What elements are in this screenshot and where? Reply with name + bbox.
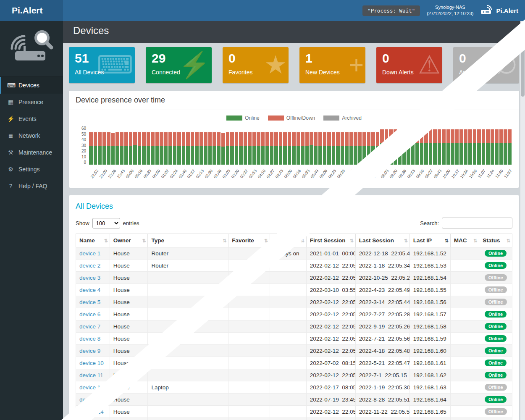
sidebar-item-help[interactable]: ?Help / FAQ [0,178,63,194]
sort-icon[interactable]: ⇅ [507,238,510,243]
page-length-select[interactable]: 100 [92,218,120,228]
scrollbar-thumb[interactable] [521,25,525,97]
offline-segment [208,132,212,146]
cell-group [270,394,306,406]
column-header-last-session[interactable]: Last Session⇅ [355,234,410,247]
sort-icon[interactable]: ⇅ [444,238,448,243]
column-header-mac[interactable]: MAC⇅ [450,234,479,247]
sort-icon[interactable]: ⇅ [104,238,108,243]
column-header-first-session[interactable]: First Session⇅ [306,234,355,247]
column-header-name[interactable]: Name⇅ [76,234,110,247]
online-segment [327,146,331,165]
chart-bar [116,132,119,165]
cell-first_session: 2022-02-12 22:05 [306,333,355,345]
chart-bar [221,133,225,165]
card-connected[interactable]: 29Connected⚡ [146,47,212,83]
column-header-group[interactable]: Group⇅ [270,234,306,247]
online-segment [367,146,371,165]
sidebar-toggle-button[interactable] [63,0,82,21]
legend-swatch [323,116,339,121]
card-down-alerts[interactable]: 0Down Alerts⚠ [376,47,442,83]
table-row: device 13House2022-07-19 23:452022-8-28 … [76,394,512,406]
presence-panel-title: Device presence over time [69,91,519,110]
sort-icon[interactable]: ⇅ [404,238,408,243]
device-link[interactable]: device 13 [79,396,104,403]
card-favorites[interactable]: 0Favorites★ [223,47,289,83]
column-header-owner[interactable]: Owner⇅ [110,234,148,247]
chart-bar [292,132,296,165]
sidebar-item-network[interactable]: ≣Network [0,127,63,144]
chart-bar [398,129,402,165]
offline-segment [274,132,278,146]
network-icon: ≣ [7,132,14,139]
chart-y-axis: 6050403020100 [76,126,89,165]
card-new-devices[interactable]: 1New Devices+ [299,47,365,83]
y-tick-label: 0 [76,160,86,165]
device-link[interactable]: device 8 [79,336,100,342]
device-link[interactable]: device 14 [79,409,104,415]
online-segment [182,146,186,165]
x-tick-label: 09:10 [415,167,423,185]
device-link[interactable]: device 2 [79,262,100,269]
sort-icon[interactable]: ⇅ [264,238,268,243]
x-tick-label: 03:37 [239,167,247,185]
device-link[interactable]: device 11 [79,372,103,378]
sort-icon[interactable]: ⇅ [142,238,146,243]
x-tick-label: 10:00 [441,167,450,185]
card-all-devices[interactable]: 51All Devices⌨ [69,47,135,83]
device-link[interactable]: device 10 [79,360,104,366]
x-tick-label: 08:36 [397,167,406,185]
x-tick-label: 01:07 [160,167,168,185]
device-link[interactable]: device 9 [79,348,100,354]
cell-status: Online [479,320,512,333]
chart-bar [486,129,490,165]
content-header: Devices [63,21,525,43]
sidebar-menu: ⌨Devices▦Presence⚡Events≣Network⚒Mainten… [0,77,63,194]
search-input[interactable] [442,218,512,228]
sidebar: ⌨Devices▦Presence⚡Events≣Network⚒Mainten… [0,21,63,420]
sort-icon[interactable]: ⇅ [350,238,354,243]
device-link[interactable]: device 7 [79,323,100,330]
sort-icon[interactable]: ⇅ [223,238,226,243]
device-link[interactable]: device 1 [79,250,100,257]
entries-label: entries [123,220,139,226]
chart-bar [385,129,388,165]
sort-icon[interactable]: ⇅ [301,238,304,243]
sidebar-item-label: Devices [18,82,39,89]
search-label: Search: [420,220,439,226]
chart-bar [261,132,265,165]
online-segment [155,146,159,165]
chart-bar [508,129,512,165]
sidebar-item-devices[interactable]: ⌨Devices [0,77,63,94]
x-tick-label: 10:50 [467,167,476,185]
chart-bar [168,132,172,165]
device-link[interactable]: device 5 [79,299,100,305]
sidebar-item-presence[interactable]: ▦Presence [0,94,63,110]
device-link[interactable]: device 3 [79,275,100,281]
sidebar-item-events[interactable]: ⚡Events [0,110,63,127]
chart-bar [195,132,199,165]
device-link[interactable]: device 4 [79,287,100,293]
nas-name: Synology-NAS [427,4,473,10]
online-segment [376,146,380,165]
column-header-last-ip[interactable]: Last IP⇅ [410,234,450,247]
cell-last_ip: 192.168.1.53 [410,260,450,272]
cell-status: Online [479,357,512,369]
scrollbar[interactable] [520,21,525,420]
chart-bar [473,129,477,165]
sidebar-item-maintenance[interactable]: ⚒Maintenance [0,144,63,161]
column-header-status[interactable]: Status⇅ [479,234,512,247]
column-header-favorite[interactable]: Favorite⇅ [228,234,270,247]
online-segment [177,146,181,165]
device-link[interactable]: device 6 [79,311,100,318]
online-segment [261,146,265,165]
device-link[interactable]: device 12 [79,384,104,391]
column-header-type[interactable]: Type⇅ [148,234,228,247]
sidebar-item-settings[interactable]: ⚙Settings [0,161,63,178]
sort-icon[interactable]: ⇅ [473,238,477,243]
cell-owner: House [110,333,148,345]
cell-first_session: 2022-07-02 08:15 [306,357,355,369]
chart-bar [491,129,494,165]
card-archived[interactable]: 0Archived∅ [453,47,519,83]
brand-logo[interactable]: Pi.Alert [0,0,63,21]
